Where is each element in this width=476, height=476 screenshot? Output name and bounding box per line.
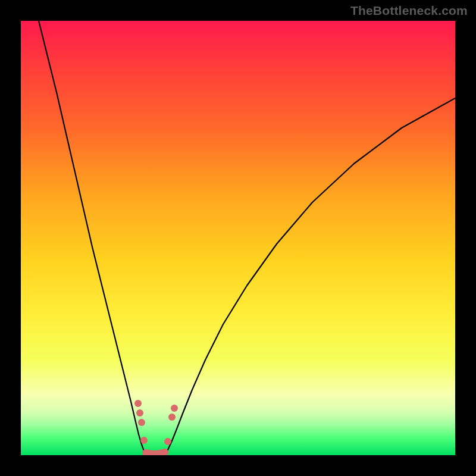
- chart-plot-area: [21, 21, 455, 455]
- left-dot-4: [140, 437, 148, 444]
- right-dot-1: [164, 438, 171, 445]
- series-left-branch: [39, 21, 147, 455]
- chart-svg: [21, 21, 455, 455]
- series-valley-floor: [146, 452, 165, 454]
- left-dot-3: [138, 419, 145, 426]
- series-right-branch: [164, 98, 455, 455]
- watermark-text: TheBottleneck.com: [350, 4, 468, 18]
- right-dot-2: [168, 414, 176, 421]
- left-dot-1: [134, 400, 142, 407]
- right-dot-3: [171, 405, 178, 412]
- chart-frame: TheBottleneck.com: [0, 0, 476, 476]
- left-dot-2: [136, 409, 143, 416]
